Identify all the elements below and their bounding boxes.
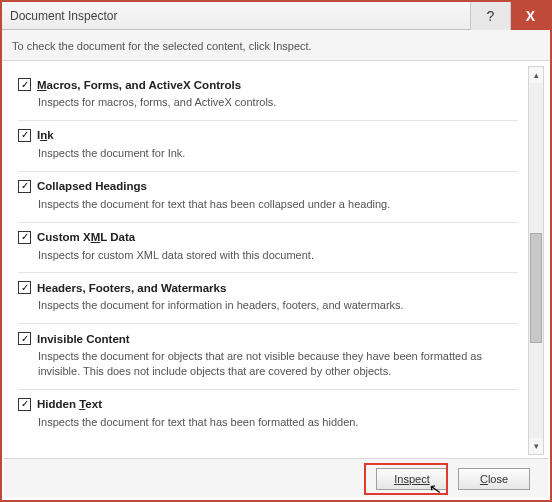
option-checkbox[interactable]: ✓ xyxy=(18,398,31,411)
option-checkbox[interactable]: ✓ xyxy=(18,129,31,142)
option-description: Inspects the document for text that has … xyxy=(38,197,518,212)
option-description: Inspects the document for Ink. xyxy=(38,146,518,161)
inspector-option: ✓Macros, Forms, and ActiveX ControlsInsp… xyxy=(18,70,518,121)
dialog-button-row: Inspect Close xyxy=(4,458,548,498)
option-title[interactable]: Invisible Content xyxy=(37,333,130,345)
inspector-option: ✓Headers, Footers, and WatermarksInspect… xyxy=(18,273,518,324)
inspector-option: ✓Invisible ContentInspects the document … xyxy=(18,324,518,390)
vertical-scrollbar[interactable]: ▴ ▾ xyxy=(528,66,544,455)
content-area: ✓Macros, Forms, and ActiveX ControlsInsp… xyxy=(2,61,550,459)
options-list: ✓Macros, Forms, and ActiveX ControlsInsp… xyxy=(10,66,526,455)
option-description: Inspects for macros, forms, and ActiveX … xyxy=(38,95,518,110)
close-window-button[interactable]: X xyxy=(510,2,550,30)
option-title[interactable]: Hidden Text xyxy=(37,398,102,410)
inspector-option: ✓Custom XML DataInspects for custom XML … xyxy=(18,223,518,274)
option-description: Inspects the document for objects that a… xyxy=(38,349,518,379)
option-checkbox[interactable]: ✓ xyxy=(18,281,31,294)
option-title[interactable]: Macros, Forms, and ActiveX Controls xyxy=(37,79,241,91)
option-checkbox[interactable]: ✓ xyxy=(18,231,31,244)
help-button[interactable]: ? xyxy=(470,2,510,30)
instruction-text: To check the document for the selected c… xyxy=(2,30,550,61)
option-description: Inspects the document for text that has … xyxy=(38,415,518,430)
inspector-option: ✓Hidden TextInspects the document for te… xyxy=(18,390,518,440)
scroll-up-arrow-icon[interactable]: ▴ xyxy=(529,67,543,83)
scroll-thumb[interactable] xyxy=(530,233,542,343)
option-title[interactable]: Custom XML Data xyxy=(37,231,135,243)
option-checkbox[interactable]: ✓ xyxy=(18,332,31,345)
inspector-option: ✓Collapsed HeadingsInspects the document… xyxy=(18,172,518,223)
option-title[interactable]: Ink xyxy=(37,129,54,141)
option-title[interactable]: Headers, Footers, and Watermarks xyxy=(37,282,226,294)
scroll-down-arrow-icon[interactable]: ▾ xyxy=(529,438,543,454)
option-checkbox[interactable]: ✓ xyxy=(18,78,31,91)
titlebar: Document Inspector ? X xyxy=(2,2,550,30)
option-checkbox[interactable]: ✓ xyxy=(18,180,31,193)
inspector-option: ✓InkInspects the document for Ink. xyxy=(18,121,518,172)
window-title: Document Inspector xyxy=(2,9,470,23)
inspect-button[interactable]: Inspect xyxy=(376,468,448,490)
option-description: Inspects for custom XML data stored with… xyxy=(38,248,518,263)
option-title[interactable]: Collapsed Headings xyxy=(37,180,147,192)
close-button[interactable]: Close xyxy=(458,468,530,490)
option-description: Inspects the document for information in… xyxy=(38,298,518,313)
scroll-track[interactable] xyxy=(529,83,543,438)
